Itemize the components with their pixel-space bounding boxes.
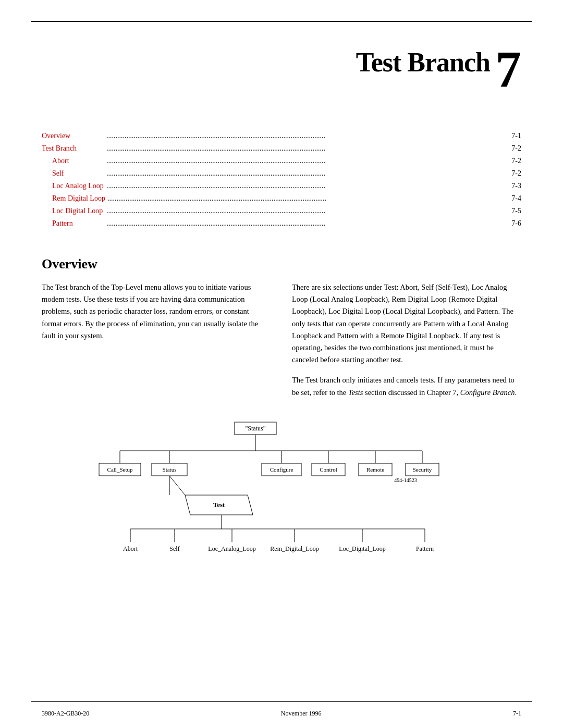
diagram-container: "Status" Call_Setup Status Configure <box>42 419 521 581</box>
toc-label: Overview <box>42 130 104 141</box>
svg-text:Abort: Abort <box>123 545 138 552</box>
toc-dots: ........................................… <box>106 218 509 229</box>
toc-page: 7-2 <box>511 143 521 154</box>
svg-text:Status: Status <box>163 466 177 473</box>
svg-text:Configure: Configure <box>270 466 293 473</box>
toc-label: Test Branch <box>42 143 104 154</box>
toc-item: Overview ...............................… <box>42 130 521 141</box>
table-of-contents: Overview ...............................… <box>42 122 521 238</box>
toc-dots: ........................................… <box>106 205 509 216</box>
toc-label: Loc Digital Loop <box>42 205 104 216</box>
page-border-top <box>31 21 532 22</box>
toc-dots: ........................................… <box>106 143 509 154</box>
footer-center: November 1996 <box>281 710 322 718</box>
footer-left: 3980-A2-GB30-20 <box>42 710 89 718</box>
toc-item: Test Branch ............................… <box>42 143 521 154</box>
tree-diagram: "Status" Call_Setup Status Configure <box>78 419 485 581</box>
toc-page: 7-3 <box>511 180 521 191</box>
svg-text:Self: Self <box>169 545 179 552</box>
chapter-title: Test Branch <box>356 47 490 78</box>
toc-page: 7-2 <box>511 155 521 166</box>
svg-text:494-14523: 494-14523 <box>394 477 417 483</box>
svg-text:Rem_Digital_Loop: Rem_Digital_Loop <box>270 545 319 552</box>
toc-item: Rem Digital Loop .......................… <box>42 193 521 204</box>
page-footer: 3980-A2-GB30-20 November 1996 7-1 <box>42 710 521 718</box>
svg-text:Test: Test <box>213 501 225 509</box>
toc-item: Loc Analog Loop ........................… <box>42 180 521 191</box>
toc-page: 7-6 <box>511 218 521 229</box>
toc-label: Loc Analog Loop <box>42 180 104 191</box>
toc-page: 7-4 <box>511 193 521 204</box>
toc-label: Self <box>42 168 104 179</box>
toc-page: 7-1 <box>511 130 521 141</box>
toc-label: Abort <box>42 155 104 166</box>
svg-line-26 <box>169 476 185 495</box>
chapter-header: Test Branch 7 <box>42 31 521 107</box>
overview-col2-p1: There are six selections under Test: Abo… <box>292 281 521 366</box>
svg-text:Security: Security <box>413 466 432 473</box>
toc-dots: ........................................… <box>106 168 509 179</box>
overview-columns: The Test branch of the Top-Level menu al… <box>42 281 521 399</box>
svg-text:Remote: Remote <box>366 466 384 473</box>
svg-text:Loc_Analog_Loop: Loc_Analog_Loop <box>208 545 255 552</box>
toc-label: Pattern <box>42 218 104 229</box>
toc-dots: ........................................… <box>107 193 509 204</box>
svg-text:Loc_Digital_Loop: Loc_Digital_Loop <box>339 545 385 552</box>
toc-dots: ........................................… <box>106 180 509 191</box>
overview-col1: The Test branch of the Top-Level menu al… <box>42 281 271 399</box>
toc-dots: ........................................… <box>106 130 509 141</box>
toc-item: Self ...................................… <box>42 168 521 179</box>
toc-item: Loc Digital Loop .......................… <box>42 205 521 216</box>
svg-text:Pattern: Pattern <box>416 545 434 552</box>
overview-col2: There are six selections under Test: Abo… <box>292 281 521 399</box>
chapter-number: 7 <box>495 47 521 91</box>
footer-right: 7-1 <box>513 710 521 718</box>
toc-item: Pattern ................................… <box>42 218 521 229</box>
toc-page: 7-5 <box>511 205 521 216</box>
svg-text:Call_Setup: Call_Setup <box>107 466 133 473</box>
overview-col1-text: The Test branch of the Top-Level menu al… <box>42 281 271 342</box>
overview-heading: Overview <box>42 256 521 272</box>
overview-col2-p2: The Test branch only initiates and cance… <box>292 374 521 398</box>
toc-dots: ........................................… <box>106 155 509 166</box>
page-border-bottom <box>31 701 532 702</box>
toc-page: 7-2 <box>511 168 521 179</box>
svg-text:"Status": "Status" <box>245 425 265 432</box>
toc-item: Abort ..................................… <box>42 155 521 166</box>
toc-label: Rem Digital Loop <box>42 193 105 204</box>
svg-text:Control: Control <box>320 466 337 473</box>
